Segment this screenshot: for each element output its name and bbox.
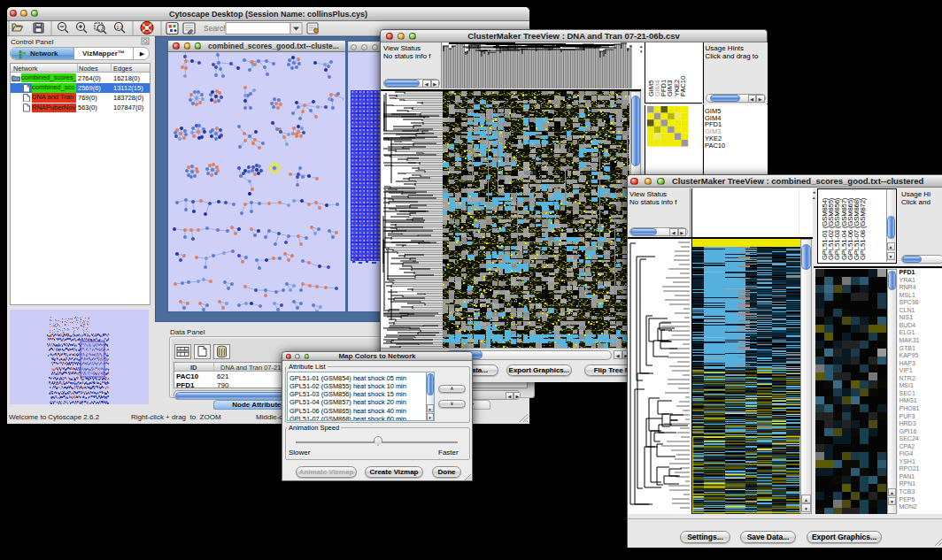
svg-text:1:1: 1:1 [117,25,123,30]
